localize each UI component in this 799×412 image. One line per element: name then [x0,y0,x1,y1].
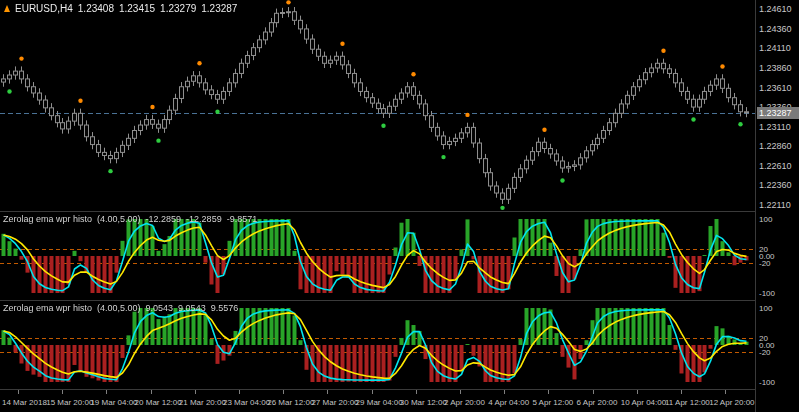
time-tick [239,390,240,394]
time-tick [327,390,328,394]
indicator-value: 9.0543 [178,303,206,313]
indicator-2-canvas[interactable] [0,301,755,389]
time-tick [372,390,373,394]
symbol-icon [4,5,10,12]
indicator-value: 9.0543 [146,303,174,313]
time-label: 21 Mar 20:00 [179,398,226,407]
price-label: 1.23610 [759,83,792,93]
time-tick [283,390,284,394]
indicator-value: -9.8571 [227,214,258,224]
indicator-scale-label: -100 [759,378,775,387]
indicator-2-panel: Zerolag ema wpr histo(4.00,5.00)9.05439.… [0,301,755,389]
indicator-scale-label: -20 [759,348,771,357]
time-tick [18,390,19,394]
time-tick [62,390,63,394]
indicator-scale-label: -100 [759,289,775,298]
time-tick [593,390,594,394]
time-label: 23 Mar 04:00 [223,398,270,407]
price-chart-canvas[interactable] [0,0,755,211]
time-label: 4 Apr 04:00 [488,398,529,407]
indicator-2-label: Zerolag ema wpr histo(4.00,5.00)9.05439.… [3,303,243,313]
indicator-1-panel: Zerolag ema wpr histo(4.00,5.00)-12.2859… [0,212,755,300]
indicator-value: -12.2859 [146,214,182,224]
price-label: 1.22360 [759,180,792,190]
indicator-scale-label: 100 [759,304,772,313]
time-label: 10 Apr 04:00 [621,398,666,407]
indicator-params: (4.00,5.00) [97,303,141,313]
time-label: 15 Mar 20:00 [46,398,93,407]
price-label: 1.22860 [759,141,792,151]
price-label: 1.22610 [759,161,792,171]
price-label: 1.24360 [759,24,792,34]
indicator-1-canvas[interactable] [0,212,755,300]
time-label: 2 Apr 20:00 [444,398,485,407]
price-label: 1.23860 [759,63,792,73]
time-tick [548,390,549,394]
time-tick [504,390,505,394]
indicator-value: 9.5576 [211,303,239,313]
time-tick [151,390,152,394]
time-label: 12 Apr 20:00 [709,398,754,407]
ohlc-low: 1.23279 [160,3,196,14]
indicator-value: -12.2859 [186,214,222,224]
time-tick [725,390,726,394]
time-label: 20 Mar 12:00 [135,398,182,407]
ohlc-close: 1.23287 [201,3,237,14]
time-label: 5 Apr 12:00 [532,398,573,407]
mt4-chart-window: EURUSD,H41.234081.234151.232791.23287 Ze… [0,0,799,412]
main-chart-area: EURUSD,H41.234081.234151.232791.23287 [0,0,755,211]
time-tick [195,390,196,394]
indicator-params: (4.00,5.00) [97,214,141,224]
price-label: 1.24610 [759,4,792,14]
indicator-name: Zerolag ema wpr histo [3,303,92,313]
time-label: 14 Mar 2018 [2,398,47,407]
ohlc-high: 1.23415 [119,3,155,14]
time-tick [637,390,638,394]
current-price-badge: 1.23287 [757,107,799,119]
time-label: 26 Mar 12:00 [267,398,314,407]
time-tick [460,390,461,394]
time-label: 29 Mar 04:00 [356,398,403,407]
price-scale[interactable]: 1.246101.243601.241101.238601.236101.233… [755,0,799,412]
price-label: 1.23110 [759,122,791,132]
indicator-1-label: Zerolag ema wpr histo(4.00,5.00)-12.2859… [3,214,262,224]
time-tick [416,390,417,394]
indicator-name: Zerolag ema wpr histo [3,214,92,224]
ohlc-open: 1.23408 [78,3,114,14]
time-label: 6 Apr 20:00 [577,398,618,407]
time-label: 11 Apr 12:00 [665,398,710,407]
time-tick [106,390,107,394]
price-label: 1.22110 [759,200,791,210]
price-label: 1.24110 [759,43,791,53]
time-axis[interactable]: 14 Mar 201815 Mar 20:0019 Mar 04:0020 Ma… [0,390,755,412]
time-label: 30 Mar 12:00 [400,398,447,407]
time-label: 19 Mar 04:00 [90,398,137,407]
indicator-scale-label: -20 [759,259,771,268]
chart-title: EURUSD,H41.234081.234151.232791.23287 [4,3,242,14]
indicator-scale-label: 100 [759,215,772,224]
time-label: 27 Mar 20:00 [311,398,358,407]
symbol-timeframe-label: EURUSD,H4 [15,3,73,14]
time-tick [681,390,682,394]
